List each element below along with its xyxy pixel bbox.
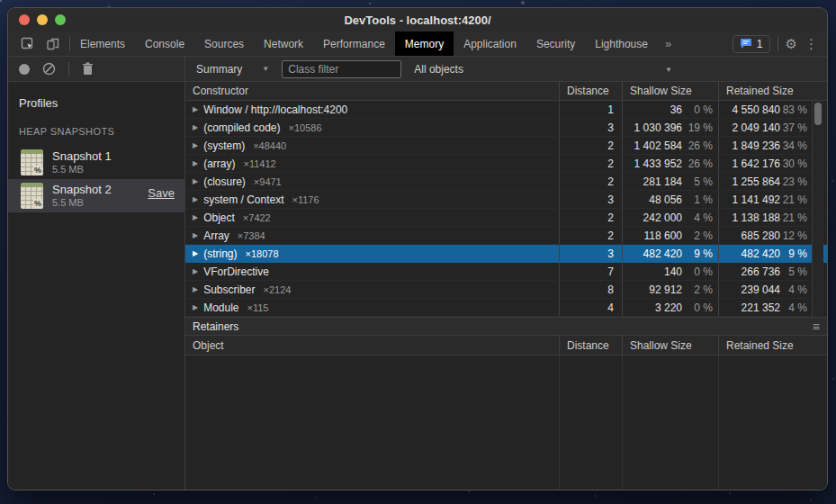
titlebar: DevTools - localhost:4200/	[8, 8, 827, 32]
tab-memory[interactable]: Memory	[395, 32, 454, 56]
perspective-select-value: Summary	[196, 63, 242, 76]
table-row[interactable]: ▶(compiled code)×1058631 030 39619 %2 04…	[185, 119, 827, 137]
shallow-size-cell: 482 4209 %	[622, 245, 718, 262]
objects-chevron-down-icon[interactable]: ▼	[665, 66, 672, 74]
tab-network[interactable]: Network	[254, 32, 313, 56]
expand-arrow-icon[interactable]: ▶	[193, 195, 198, 203]
distance-cell: 2	[559, 155, 622, 172]
object-column-header[interactable]: Object	[185, 336, 559, 355]
inspect-element-icon[interactable]	[17, 34, 39, 54]
retained-size-column-header[interactable]: Retained Size	[718, 82, 827, 100]
snapshot-item-1[interactable]: % Snapshot 1 5.5 MB	[8, 146, 184, 179]
distance-column-header[interactable]: Distance	[559, 82, 622, 100]
table-row[interactable]: ▶system / Context×1176348 0561 %1 141 49…	[185, 191, 827, 209]
retainers-bar: Retainers ≡	[185, 317, 827, 336]
distance-cell: 4	[559, 299, 622, 316]
clear-profiles-icon[interactable]	[42, 62, 56, 76]
tabbar-divider-2	[778, 37, 778, 51]
table-row[interactable]: ▶VForDirective71400 %266 7365 %	[185, 263, 827, 281]
more-tabs-chevron[interactable]: »	[658, 32, 679, 56]
expand-arrow-icon[interactable]: ▶	[193, 213, 198, 221]
shallow-size-cell: 360 %	[622, 101, 718, 118]
constructor-cell: ▶system / Context×1176	[185, 191, 559, 208]
expand-arrow-icon[interactable]: ▶	[193, 177, 198, 185]
shallow-size-cell: 1 030 39619 %	[622, 119, 718, 136]
expand-arrow-icon[interactable]: ▶	[193, 231, 198, 239]
retained-size-cell: 239 0444 %	[718, 281, 827, 298]
distance-cell: 3	[559, 245, 622, 262]
tab-sources[interactable]: Sources	[194, 32, 254, 56]
constructor-cell: ▶Subscriber×2124	[185, 281, 559, 298]
expand-arrow-icon[interactable]: ▶	[193, 123, 198, 131]
shallow-size-cell: 3 2200 %	[622, 299, 718, 316]
scrollbar-thumb[interactable]	[814, 103, 822, 125]
snapshot-item-2[interactable]: % Snapshot 2 5.5 MB Save	[8, 179, 184, 212]
constructor-cell: ▶(compiled code)×10586	[185, 119, 559, 136]
window-title: DevTools - localhost:4200/	[8, 14, 827, 27]
hamburger-menu-icon[interactable]: ≡	[813, 320, 820, 334]
table-row[interactable]: ▶Object×74222242 0004 %1 138 18821 %	[185, 209, 827, 227]
distance-cell: 3	[559, 191, 622, 208]
table-row[interactable]: ▶(closure)×94712281 1845 %1 255 86423 %	[185, 173, 827, 191]
retained-size-cell: 1 255 86423 %	[718, 173, 827, 190]
ret-shallow-size-column-header[interactable]: Shallow Size	[622, 336, 718, 355]
table-row[interactable]: ▶Window / http://localhost:42001360 %4 5…	[185, 101, 827, 119]
retained-size-cell: 1 138 18821 %	[718, 209, 827, 226]
constructor-column-header[interactable]: Constructor	[185, 82, 559, 100]
retained-size-cell: 221 3524 %	[718, 299, 827, 316]
retained-size-cell: 1 849 23634 %	[718, 137, 827, 154]
memory-toolbar: Summary ▼ All objects ▼	[8, 57, 827, 82]
trash-icon[interactable]	[82, 62, 94, 76]
tab-security[interactable]: Security	[526, 32, 585, 56]
issues-count: 1	[757, 38, 763, 50]
gear-icon[interactable]: ⚙	[786, 36, 797, 52]
toolbar-divider	[68, 62, 69, 76]
distance-cell: 2	[559, 173, 622, 190]
distance-cell: 8	[559, 281, 622, 298]
objects-select-value[interactable]: All objects	[414, 63, 463, 76]
kebab-menu-icon[interactable]: ⋮	[805, 36, 818, 52]
profiles-title: Profiles	[8, 91, 184, 119]
chevron-down-icon: ▼	[262, 65, 269, 73]
table-row[interactable]: ▶(system)×4844021 402 58426 %1 849 23634…	[185, 137, 827, 155]
class-filter-input[interactable]	[282, 60, 401, 78]
expand-arrow-icon[interactable]: ▶	[193, 303, 198, 311]
devtools-window: DevTools - localhost:4200/ ElementsConso…	[7, 7, 828, 490]
device-toolbar-icon[interactable]	[42, 34, 64, 54]
expand-arrow-icon[interactable]: ▶	[193, 141, 198, 149]
tab-application[interactable]: Application	[454, 32, 526, 56]
retained-size-cell: 4 550 84083 %	[718, 101, 827, 118]
tab-strip: ElementsConsoleSourcesNetworkPerformance…	[70, 32, 658, 56]
tab-console[interactable]: Console	[135, 32, 194, 56]
heap-grid-body: ▶Window / http://localhost:42001360 %4 5…	[185, 101, 827, 317]
tab-lighthouse[interactable]: Lighthouse	[585, 32, 658, 56]
shallow-size-cell: 118 6002 %	[622, 227, 718, 244]
retainers-title: Retainers	[193, 320, 238, 333]
shallow-size-column-header[interactable]: Shallow Size	[622, 82, 718, 100]
expand-arrow-icon[interactable]: ▶	[193, 249, 198, 257]
table-row[interactable]: ▶Subscriber×2124892 9122 %239 0444 %	[185, 281, 827, 299]
ret-retained-size-column-header[interactable]: Retained Size	[718, 336, 827, 355]
constructor-cell: ▶VForDirective	[185, 263, 559, 280]
table-row[interactable]: ▶Array×73842118 6002 %685 28012 %	[185, 227, 827, 245]
tab-elements[interactable]: Elements	[70, 32, 135, 56]
constructor-cell: ▶(array)×11412	[185, 155, 559, 172]
retained-size-cell: 685 28012 %	[718, 227, 827, 244]
expand-arrow-icon[interactable]: ▶	[193, 267, 198, 275]
issues-badge[interactable]: 1	[733, 35, 770, 53]
table-row[interactable]: ▶(string)×180783482 4209 %482 4209 %	[185, 245, 827, 263]
table-row[interactable]: ▶(array)×1141221 433 95226 %1 642 17630 …	[185, 155, 827, 173]
take-snapshot-icon[interactable]	[19, 64, 30, 75]
table-row[interactable]: ▶Module×11543 2200 %221 3524 %	[185, 299, 827, 317]
retainers-header: Object Distance Shallow Size Retained Si…	[185, 336, 827, 356]
snapshot-size: 5.5 MB	[52, 164, 112, 176]
tab-performance[interactable]: Performance	[313, 32, 395, 56]
perspective-select[interactable]: Summary ▼	[185, 63, 269, 76]
heap-snapshot-icon: %	[21, 149, 43, 176]
expand-arrow-icon[interactable]: ▶	[193, 285, 198, 293]
expand-arrow-icon[interactable]: ▶	[193, 105, 198, 113]
vertical-scrollbar[interactable]	[812, 101, 823, 317]
save-snapshot-link[interactable]: Save	[148, 186, 175, 200]
expand-arrow-icon[interactable]: ▶	[193, 159, 198, 167]
ret-distance-column-header[interactable]: Distance	[559, 336, 622, 355]
